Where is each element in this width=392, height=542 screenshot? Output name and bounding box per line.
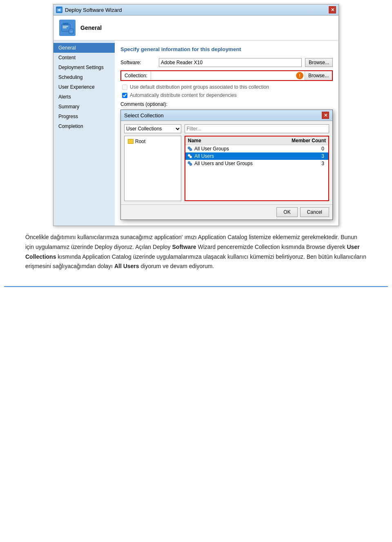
svg-rect-6: [63, 27, 67, 28]
column-member-count: Member Count: [287, 137, 328, 145]
row-name: All User Groups: [187, 146, 286, 152]
wizard-nav: General Content Deployment Settings Sche…: [53, 40, 115, 226]
nav-item-user-experience[interactable]: User Experience: [53, 82, 115, 92]
nav-item-completion[interactable]: Completion: [53, 121, 115, 131]
body-paragraph: Öncelikle dağıtımını kullanıcılarımıza s…: [25, 233, 367, 271]
close-button[interactable]: ✕: [329, 6, 336, 13]
cancel-button[interactable]: Cancel: [300, 207, 329, 217]
checkbox2[interactable]: [122, 93, 127, 98]
checkbox1[interactable]: [122, 85, 127, 90]
ok-button[interactable]: OK: [276, 207, 297, 217]
list-item[interactable]: All Users 3: [185, 152, 328, 160]
body-text: Öncelikle dağıtımını kullanıcılarımıza s…: [20, 226, 372, 278]
bold-software: Software: [172, 244, 196, 250]
window-title: Deploy Software Wizard: [65, 7, 122, 13]
nav-item-scheduling[interactable]: Scheduling: [53, 72, 115, 82]
dialog-title: Select Collection: [124, 112, 164, 119]
header-title: General: [80, 25, 102, 31]
nav-item-progress[interactable]: Progress: [53, 112, 115, 121]
bottom-divider: [4, 286, 388, 287]
wizard-content: General Content Deployment Settings Sche…: [53, 40, 339, 226]
title-bar-left: Deploy Software Wizard: [56, 7, 122, 13]
column-name: Name: [185, 137, 287, 145]
collection-icon: [187, 153, 193, 159]
folder-icon: [128, 139, 134, 144]
svg-point-10: [189, 148, 192, 151]
row-label: All User Groups: [194, 146, 229, 152]
tree-root-label: Root: [135, 139, 145, 144]
svg-point-2: [58, 9, 60, 11]
wizard-body: → General General Content Deployment Set…: [53, 16, 339, 226]
warning-icon: !: [296, 72, 303, 79]
svg-rect-5: [63, 26, 68, 27]
collection-browse-button[interactable]: Browse...: [305, 71, 332, 80]
row-count: 0: [286, 146, 327, 152]
collection-icon: [187, 146, 193, 152]
dialog-left-panel: User Collections Device Collections Root: [124, 124, 181, 201]
filter-input[interactable]: [185, 124, 329, 133]
svg-text:→: →: [69, 29, 73, 34]
bold-all-users: All Users: [114, 263, 139, 269]
collection-row: Collection: ! Browse...: [120, 70, 333, 81]
dialog-right-panel: Name Member Count: [185, 124, 329, 201]
checkbox1-label: Use default distribution point groups as…: [130, 84, 269, 90]
checkbox2-label: Automatically distribute content for dep…: [130, 92, 237, 98]
list-item[interactable]: All User Groups 0: [185, 145, 328, 152]
select-collection-dialog: Select Collection ✕ User Collections Dev…: [120, 110, 333, 220]
collection-label: Collection:: [121, 71, 151, 80]
row-name: All Users: [187, 153, 286, 159]
collection-icon: [187, 161, 193, 166]
nav-item-content[interactable]: Content: [53, 53, 115, 63]
checkbox2-row: Automatically distribute content for dep…: [120, 92, 333, 98]
tree-area: Root: [124, 136, 181, 201]
wizard-main: Specify general information for this dep…: [115, 40, 339, 226]
software-label: Software:: [120, 60, 157, 65]
deploy-software-wizard: Deploy Software Wizard ✕ → General: [53, 4, 339, 226]
software-row: Software: Browse...: [120, 58, 333, 67]
nav-item-general[interactable]: General: [53, 43, 115, 53]
dialog-buttons: OK Cancel: [121, 204, 332, 219]
list-header: Name Member Count: [185, 137, 328, 145]
comments-label: Comments (optional):: [120, 101, 333, 107]
wizard-icon: [56, 7, 62, 13]
nav-item-deployment-settings[interactable]: Deployment Settings: [53, 63, 115, 72]
collection-type-dropdown[interactable]: User Collections Device Collections: [124, 124, 181, 133]
collection-list: Name Member Count: [185, 136, 329, 201]
row-label: All Users: [194, 153, 214, 159]
title-bar: Deploy Software Wizard ✕: [53, 4, 339, 16]
svg-point-14: [189, 163, 192, 166]
checkbox1-row: Use default distribution point groups as…: [120, 84, 333, 90]
section-title: Specify general information for this dep…: [120, 46, 333, 52]
tree-item-root[interactable]: Root: [126, 138, 179, 145]
software-browse-button[interactable]: Browse...: [305, 58, 333, 67]
header-icon: →: [59, 20, 76, 36]
nav-item-summary[interactable]: Summary: [53, 102, 115, 112]
dialog-close-button[interactable]: ✕: [322, 112, 329, 119]
list-item[interactable]: All Users and User Groups 3: [185, 160, 328, 167]
svg-rect-1: [58, 7, 59, 9]
dialog-title-bar: Select Collection ✕: [121, 110, 332, 121]
dialog-body: User Collections Device Collections Root: [121, 121, 332, 204]
software-input[interactable]: [159, 58, 302, 67]
row-name: All Users and User Groups: [187, 161, 286, 166]
svg-point-12: [189, 156, 192, 158]
svg-rect-4: [63, 23, 69, 25]
collection-input[interactable]: [151, 71, 295, 80]
row-label: All Users and User Groups: [194, 161, 253, 166]
row-count: 3: [286, 161, 327, 166]
nav-item-alerts[interactable]: Alerts: [53, 92, 115, 102]
row-count: 3: [286, 153, 327, 159]
wizard-header: → General: [53, 16, 339, 40]
